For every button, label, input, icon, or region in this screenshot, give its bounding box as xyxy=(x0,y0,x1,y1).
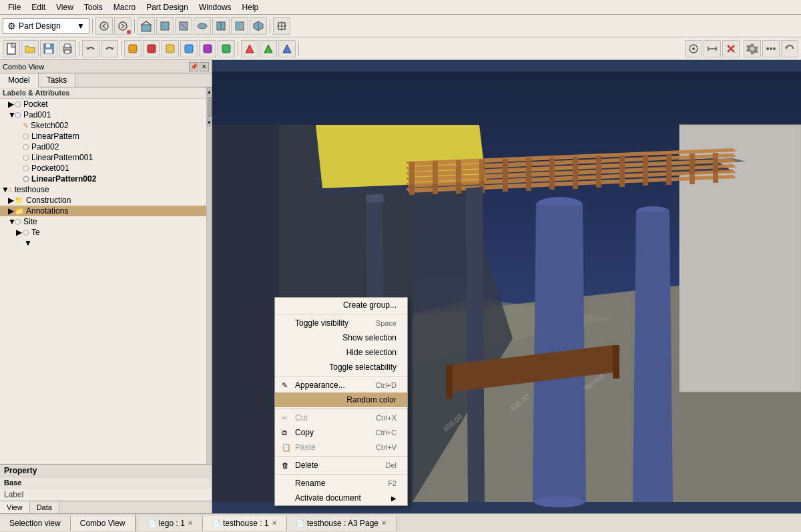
tool1[interactable] xyxy=(124,40,142,57)
tree-item-pocket001[interactable]: ▶ ⬡ Pocket001 xyxy=(0,163,206,174)
tab-tasks[interactable]: Tasks xyxy=(39,73,76,87)
ctx-delete-label: Delete xyxy=(295,461,318,470)
tree-item-lp002[interactable]: ▶ ⬡ LinearPattern002 xyxy=(0,174,206,184)
redo-btn[interactable] xyxy=(101,40,118,57)
workbench-selector[interactable]: ⚙ Part Design ▼ xyxy=(3,18,89,34)
lego-tab-content: 📄 lego : 1 ✕ xyxy=(148,519,193,528)
view-iso[interactable] xyxy=(250,17,267,35)
tree-item-site-t[interactable]: ▶ ⬡ Te xyxy=(0,227,206,238)
view-left[interactable] xyxy=(231,17,248,35)
annotations-arrow: ▶ xyxy=(8,206,15,216)
a3page-tab-close[interactable]: ✕ xyxy=(381,519,386,527)
tree-section[interactable]: Labels & Attributes ▶ ⬡ Pocket ▼ ⬡ Pad00… xyxy=(0,87,212,464)
menu-partdesign[interactable]: Part Design xyxy=(141,1,194,13)
viewport[interactable]: 1900.00 6400.00 00.00 Terrace 400.00 856… xyxy=(212,60,801,513)
tool8[interactable] xyxy=(260,40,277,57)
scroll-up-btn[interactable]: ▲ xyxy=(207,87,212,95)
tree-item-annotations[interactable]: ▶ 📁 Annotations xyxy=(0,206,206,216)
menu-file[interactable]: File xyxy=(3,1,26,13)
more-btn[interactable] xyxy=(762,40,780,57)
left-tab-data[interactable]: Data xyxy=(30,501,59,513)
ctx-hide-selection[interactable]: Hide selection xyxy=(275,345,407,360)
back-btn[interactable] xyxy=(95,17,113,35)
ctx-create-group[interactable]: Create group... xyxy=(275,298,407,312)
new-doc-btn[interactable] xyxy=(3,40,20,57)
tree-item-pocket[interactable]: ▶ ⬡ Pocket xyxy=(0,99,206,109)
tool3[interactable] xyxy=(162,40,179,57)
svg-rect-19 xyxy=(65,50,70,53)
tree-item-lp001[interactable]: ▶ ⬡ LinearPattern001 xyxy=(0,152,206,163)
save-btn[interactable] xyxy=(40,40,57,57)
tree-item-linearpattern[interactable]: ▶ ⬡ LinearPattern xyxy=(0,131,206,142)
tree-scrollbar[interactable]: ▲ ▼ xyxy=(206,87,212,464)
tree-item-site-sub[interactable]: ▼ xyxy=(0,238,206,248)
menu-view[interactable]: View xyxy=(51,1,79,13)
combo-pin-btn[interactable]: 📌 xyxy=(189,62,198,71)
combo-close-btn[interactable]: ✕ xyxy=(200,62,209,71)
view-extra[interactable] xyxy=(273,17,290,35)
site-t-arrow: ▶ xyxy=(16,228,23,237)
bottom-tab-testhouse[interactable]: 📄 testhouse : 1 ✕ xyxy=(203,516,287,531)
tool9[interactable] xyxy=(278,40,296,57)
ctx-toggle-selectability[interactable]: Toggle selectability xyxy=(275,360,407,374)
ctx-rename[interactable]: Rename F2 xyxy=(275,476,407,491)
ctx-show-selection[interactable]: Show selection xyxy=(275,330,407,345)
view-front[interactable] xyxy=(156,17,174,35)
lego-tab-close[interactable]: ✕ xyxy=(188,519,193,527)
ctx-random-color[interactable]: Random color xyxy=(275,392,407,407)
ctx-copy[interactable]: ⧉ Copy Ctrl+C xyxy=(275,425,407,440)
tool2[interactable] xyxy=(143,40,160,57)
left-tab-view[interactable]: View xyxy=(0,501,30,513)
tree-item-construction[interactable]: ▶ 📁 Construction xyxy=(0,195,206,206)
svg-point-27 xyxy=(692,47,695,50)
menu-help[interactable]: Help xyxy=(237,1,264,13)
scroll-thumb[interactable] xyxy=(208,97,212,117)
print-btn[interactable] xyxy=(59,40,76,57)
bottom-tab-selection-view[interactable]: Selection view xyxy=(0,516,71,531)
tree-item-site[interactable]: ▼ ⬡ Site xyxy=(0,216,206,227)
bottom-tab-a3page[interactable]: 📄 testhouse : A3 Page ✕ xyxy=(287,516,396,531)
menu-tools[interactable]: Tools xyxy=(79,1,108,13)
cut-icon: ✂ xyxy=(282,414,291,423)
menu-edit[interactable]: Edit xyxy=(26,1,51,13)
ctx-paste-label: Paste xyxy=(295,443,316,452)
ctx-paste[interactable]: 📋 Paste Ctrl+V xyxy=(275,440,407,455)
settings-btn[interactable] xyxy=(744,40,761,57)
toolbar-sep1 xyxy=(92,19,93,33)
tool6[interactable] xyxy=(218,40,235,57)
delete-btn[interactable] xyxy=(722,40,740,57)
bottom-tab-combo-view[interactable]: Combo View xyxy=(71,516,136,531)
forward-btn[interactable] xyxy=(114,17,131,35)
ctx-delete[interactable]: 🗑 Delete Del xyxy=(275,458,407,473)
view-back[interactable] xyxy=(175,17,192,35)
ctx-appearance[interactable]: ✎ Appearance... Ctrl+D xyxy=(275,378,407,392)
tree-item-pad001[interactable]: ▼ ⬡ Pad001 xyxy=(0,109,206,120)
view-home[interactable] xyxy=(138,17,155,35)
ctx-toggle-visibility[interactable]: Toggle visibility Space xyxy=(275,316,407,330)
undo2-btn[interactable] xyxy=(781,40,798,57)
testhouse-tab-close[interactable]: ✕ xyxy=(272,519,277,527)
view-right[interactable] xyxy=(212,17,230,35)
tool4[interactable] xyxy=(180,40,198,57)
ctx-activate-doc[interactable]: Activate document ▶ xyxy=(275,491,407,505)
bottom-tab-lego[interactable]: 📄 lego : 1 ✕ xyxy=(139,516,203,531)
tool7[interactable] xyxy=(241,40,258,57)
pad002-icon: ⬡ xyxy=(23,143,29,152)
undo-btn[interactable] xyxy=(82,40,99,57)
ctx-cut[interactable]: ✂ Cut Ctrl+X xyxy=(275,411,407,425)
tab-model[interactable]: Model xyxy=(0,73,39,87)
tree-item-testhouse[interactable]: ▼ ⌂ testhouse xyxy=(0,184,206,195)
snap-btn[interactable] xyxy=(685,40,702,57)
scroll-down-btn[interactable]: ▼ xyxy=(207,118,212,126)
svg-rect-59 xyxy=(549,158,555,190)
tree-item-pad002[interactable]: ▶ ⬡ Pad002 xyxy=(0,142,206,152)
tree-item-sketch002[interactable]: ▶ ✎ Sketch002 xyxy=(0,120,206,131)
measure-btn[interactable] xyxy=(704,40,721,57)
svg-rect-21 xyxy=(148,45,156,53)
annotations-icon: 📁 xyxy=(15,207,24,216)
view-top[interactable] xyxy=(194,17,211,35)
open-btn[interactable] xyxy=(21,40,39,57)
menu-windows[interactable]: Windows xyxy=(194,1,237,13)
tool5[interactable] xyxy=(199,40,216,57)
menu-macro[interactable]: Macro xyxy=(108,1,141,13)
